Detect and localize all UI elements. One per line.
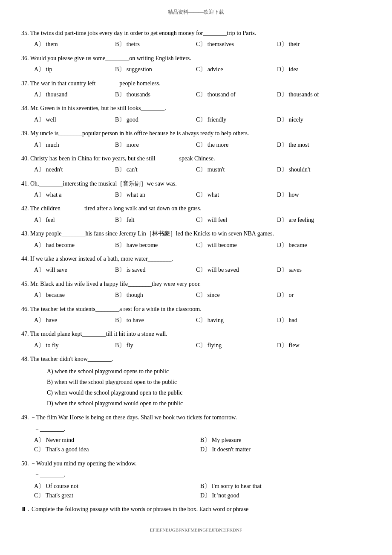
option-item: C〕 friendly: [196, 115, 273, 125]
option-item: C〕 advice: [196, 65, 273, 74]
option-item: D〕 are feeling: [277, 215, 354, 225]
option-item: B〕 can't: [115, 165, 192, 174]
question-text: 43. Many people________his fans since Je…: [21, 229, 371, 238]
header-text: 精品资料———欢迎下载: [21, 9, 371, 16]
option-item: C〕 thousand of: [196, 90, 273, 99]
option-item: A〕 because: [34, 291, 111, 300]
question-block: 44. If we take a shower instead of a bat…: [21, 254, 371, 275]
option-item: C〕 mustn't: [196, 165, 273, 174]
options-line: A〕 haveB〕 to haveC〕 havingD〕 had: [34, 316, 371, 325]
options-line: A〕 tipB〕 suggestionC〕 adviceD〕 idea: [34, 65, 371, 74]
options-line: A〕 wellB〕 goodC〕 friendlyD〕 nicely: [34, 115, 371, 125]
sub-option-item: D) when the school playground would open…: [47, 398, 371, 409]
option-item: B〕 suggestion: [115, 65, 192, 74]
option-item: A〕 to fly: [34, 341, 111, 350]
option-item: A〕 tip: [34, 65, 111, 74]
option-item: A〕 them: [34, 40, 111, 49]
option-item: B〕 felt: [115, 215, 192, 225]
question-text: 46. The teacher let the students________…: [21, 305, 371, 314]
option-item: C〕 having: [196, 316, 273, 325]
options-line: A〕 muchB〕 moreC〕 the moreD〕 the most: [34, 140, 371, 150]
option-item: A〕 have: [34, 316, 111, 325]
option-item: C〕 flying: [196, 341, 273, 350]
option-item: A〕 thousand: [34, 90, 111, 99]
option-item: A〕 feel: [34, 215, 111, 225]
option-item: D〕 It doesn't matter: [200, 445, 362, 454]
question-text: 40. Christy has been in China for two ye…: [21, 154, 371, 163]
option-item: B〕 though: [115, 291, 192, 300]
question-text: 35. The twins did part-time jobs every d…: [21, 29, 371, 38]
option-item: D〕 their: [277, 40, 354, 49]
question-text: 45. Mr. Black and his wife lived a happy…: [21, 279, 371, 289]
question-text: 48. The teacher didn't know________.: [21, 355, 371, 364]
question-text: 37. The war in that country left________…: [21, 79, 371, 88]
option-item: B〕 theirs: [115, 40, 192, 49]
option-item: A〕 needn't: [34, 165, 111, 174]
footer-text: EFIEFNEUGBFNKFMEINGFEJFBNEIFKDNF: [21, 527, 371, 532]
option-item: D〕 idea: [277, 65, 354, 74]
question-text: 44. If we take a shower instead of a bat…: [21, 254, 371, 264]
options-line: A〕 becauseB〕 thoughC〕 sinceD〕 or: [34, 291, 371, 300]
options-line: A〕 thousandB〕 thousandsC〕 thousand ofD〕 …: [34, 90, 371, 99]
question-block: 38. Mr. Green is in his seventies, but h…: [21, 104, 371, 125]
option-item: A〕 Of course not: [34, 482, 196, 491]
question-block: 41. Oh,________interesting the musical［音…: [21, 179, 371, 200]
options-2col-line: A〕 Never mindB〕 My pleasureC〕 That's a g…: [34, 436, 371, 455]
option-item: A〕 well: [34, 115, 111, 125]
options-line: A〕 themB〕 theirsC〕 themselvesD〕 their: [34, 40, 371, 49]
question-block: 36. Would you please give us some_______…: [21, 54, 371, 75]
question-text: 42. The children________tired after a lo…: [21, 204, 371, 213]
question-block: 46. The teacher let the students________…: [21, 305, 371, 325]
option-item: A〕 Never mind: [34, 436, 196, 445]
sub-option-item: B) when will the school playground open …: [47, 377, 371, 387]
question-text2: －________.: [34, 424, 371, 434]
option-item: B〕 more: [115, 140, 192, 150]
option-item: B〕 have become: [115, 241, 192, 250]
question-block: 48. The teacher didn't know________.A) w…: [21, 355, 371, 409]
section3-header: Ⅲ．Complete the following passage with th…: [21, 505, 371, 514]
option-item: D〕 how: [277, 190, 354, 200]
option-item: B〕 My pleasure: [200, 436, 362, 445]
option-item: B〕 to have: [115, 316, 192, 325]
question-text: 49. －The film War Horse is being on thes…: [21, 413, 371, 422]
options-line: A〕 had becomeB〕 have becomeC〕 will becom…: [34, 241, 371, 250]
question-block: 49. －The film War Horse is being on thes…: [21, 413, 371, 455]
options-2col-line: A〕 Of course notB〕 I'm sorry to hear tha…: [34, 482, 371, 501]
option-item: A〕 had become: [34, 241, 111, 250]
question-block: 47. The model plane kept________till it …: [21, 329, 371, 350]
options-line: A〕 feelB〕 feltC〕 will feelD〕 are feeling: [34, 215, 371, 225]
option-item: B〕 what an: [115, 190, 192, 200]
question-block: 43. Many people________his fans since Je…: [21, 229, 371, 250]
option-item: A〕 will save: [34, 265, 111, 275]
sub-option-item: C) when would the school playground open…: [47, 387, 371, 398]
option-item: D〕 had: [277, 316, 354, 325]
option-item: B〕 good: [115, 115, 192, 125]
option-item: B〕 fly: [115, 341, 192, 350]
option-item: C〕 what: [196, 190, 273, 200]
option-item: D〕 flew: [277, 341, 354, 350]
options-line: A〕 what aB〕 what anC〕 whatD〕 how: [34, 190, 371, 200]
options-line: A〕 to flyB〕 flyC〕 flyingD〕 flew: [34, 341, 371, 350]
sub-option-item: A) when the school playground opens to t…: [47, 366, 371, 377]
options-line: A〕 will saveB〕 is savedC〕 will be savedD…: [34, 265, 371, 275]
option-item: D〕 saves: [277, 265, 354, 275]
option-item: C〕 will be saved: [196, 265, 273, 275]
option-item: C〕 will become: [196, 241, 273, 250]
option-item: B〕 I'm sorry to hear that: [200, 482, 362, 491]
option-item: C〕 since: [196, 291, 273, 300]
option-item: B〕 is saved: [115, 265, 192, 275]
option-item: D〕 became: [277, 241, 354, 250]
question-block: 35. The twins did part-time jobs every d…: [21, 29, 371, 49]
question-block: 45. Mr. Black and his wife lived a happy…: [21, 279, 371, 300]
option-item: D〕 shouldn't: [277, 165, 354, 174]
option-item: D〕 It 'not good: [200, 491, 362, 500]
option-item: C〕 will feel: [196, 215, 273, 225]
option-item: A〕 what a: [34, 190, 111, 200]
question-text: 50. －Would you mind my opening the windo…: [21, 459, 371, 468]
question-block: 42. The children________tired after a lo…: [21, 204, 371, 225]
question-text: 36. Would you please give us some_______…: [21, 54, 371, 63]
question-block: 40. Christy has been in China for two ye…: [21, 154, 371, 175]
question-text: 39. My uncle is________popular person in…: [21, 129, 371, 138]
question-text: 47. The model plane kept________till it …: [21, 329, 371, 339]
option-item: B〕 thousands: [115, 90, 192, 99]
